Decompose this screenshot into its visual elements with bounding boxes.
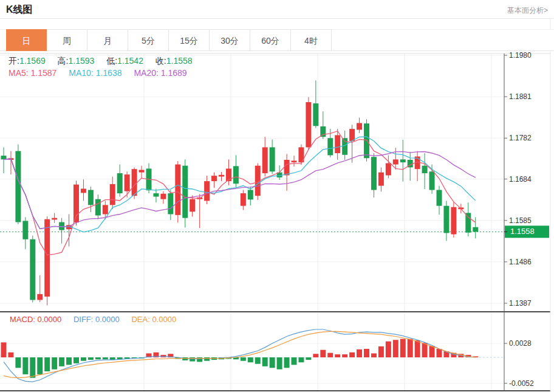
tab-month[interactable]: 月	[87, 29, 128, 51]
svg-text:1.1585: 1.1585	[509, 216, 532, 225]
tab-day[interactable]: 日	[6, 29, 47, 51]
svg-text:1.1980: 1.1980	[509, 51, 532, 60]
tab-4hour[interactable]: 4时	[291, 29, 332, 51]
tab-15min[interactable]: 15分	[169, 29, 210, 51]
svg-text:1.1881: 1.1881	[509, 92, 532, 101]
svg-text:-0.0052: -0.0052	[509, 379, 534, 388]
tab-60min[interactable]: 60分	[250, 29, 291, 51]
period-tab-bar: 日 周 月 5分 15分 30分 60分 4时	[0, 29, 554, 51]
kline-chart-svg[interactable]: 1.19801.18811.17821.16841.15851.14861.13…	[0, 0, 554, 392]
svg-text:1.1387: 1.1387	[509, 299, 532, 308]
tab-week[interactable]: 周	[47, 29, 87, 51]
page-title: K线图	[6, 4, 33, 16]
svg-text:0.0028: 0.0028	[509, 339, 532, 348]
tab-30min[interactable]: 30分	[210, 29, 250, 51]
tab-5min[interactable]: 5分	[128, 29, 169, 51]
svg-text:1.1684: 1.1684	[509, 175, 532, 184]
svg-text:1.1782: 1.1782	[509, 134, 532, 142]
svg-text:1.1486: 1.1486	[509, 258, 532, 266]
fundamental-analysis-link[interactable]: 基本面分析>	[507, 5, 548, 16]
svg-text:1.1558: 1.1558	[510, 227, 535, 236]
header: K线图 基本面分析>	[0, 0, 554, 19]
